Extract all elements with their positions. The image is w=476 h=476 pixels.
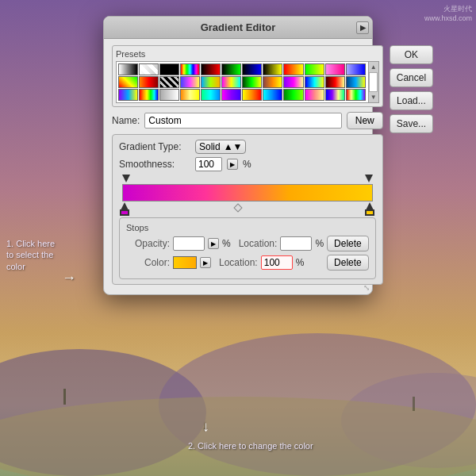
smoothness-input[interactable] [195, 157, 222, 171]
annotation-left: 1. Click here to select the color [6, 238, 62, 272]
color-preview-swatch[interactable] [173, 256, 197, 269]
preset-swatch-18[interactable] [242, 76, 262, 88]
preset-swatch-15[interactable] [180, 76, 200, 88]
preset-swatch-13[interactable] [139, 76, 159, 88]
preset-swatch-26[interactable] [159, 89, 179, 101]
preset-swatch-35[interactable] [346, 89, 366, 101]
preset-swatch-25[interactable] [139, 89, 159, 101]
preset-swatch-20[interactable] [283, 76, 303, 88]
dialog-main: Presets [112, 45, 383, 288]
ok-button[interactable]: OK [390, 45, 433, 64]
color-location-input[interactable] [261, 255, 293, 270]
preset-swatch-17[interactable] [221, 76, 241, 88]
opacity-stop-right[interactable] [365, 175, 373, 182]
preset-swatch-12[interactable] [118, 76, 138, 88]
watermark-line1: 火星时代 [424, 4, 472, 14]
preset-swatch-0[interactable] [118, 63, 138, 75]
resize-handle[interactable]: ⤡ [363, 283, 370, 292]
smoothness-row: Smoothness: ▶ % [119, 157, 376, 171]
color-location-label: Location: [219, 257, 258, 268]
preset-swatch-4[interactable] [201, 63, 221, 75]
gradient-type-dropdown[interactable]: Solid ▲▼ [195, 140, 246, 154]
annotation-arrow-left: → [62, 270, 76, 286]
preset-swatch-16[interactable] [201, 76, 221, 88]
smoothness-unit: % [243, 159, 251, 170]
color-stop-right[interactable] [366, 202, 374, 216]
name-input[interactable] [144, 113, 341, 129]
gradient-type-label: Gradient Type: [119, 141, 190, 152]
opacity-location-unit: % [315, 238, 324, 249]
dialog-title: Gradient Editor [201, 21, 276, 33]
gradient-options-group: Gradient Type: Solid ▲▼ Smoothness: ▶ % [112, 134, 383, 285]
color-expand-button[interactable]: ▶ [200, 257, 211, 268]
preset-swatch-7[interactable] [263, 63, 282, 75]
color-label: Color: [126, 257, 170, 268]
save-button[interactable]: Save... [390, 114, 433, 133]
presets-section: Presets [112, 45, 383, 107]
dialog-buttons: OK Cancel Load... Save... [390, 45, 433, 288]
load-button[interactable]: Load... [390, 91, 433, 110]
preset-swatch-34[interactable] [325, 89, 345, 101]
play-button[interactable]: ▶ [356, 21, 369, 34]
opacity-label: Opacity: [126, 238, 170, 249]
new-button[interactable]: New [347, 112, 383, 129]
name-label: Name: [112, 115, 140, 126]
gradient-type-row: Gradient Type: Solid ▲▼ [119, 140, 376, 154]
preset-swatch-5[interactable] [221, 63, 241, 75]
opacity-unit: % [222, 238, 231, 249]
gradient-type-value: Solid [199, 141, 221, 152]
color-delete-button[interactable]: Delete [327, 255, 369, 271]
preset-swatch-11[interactable] [346, 63, 366, 75]
smoothness-expand-button[interactable]: ▶ [227, 159, 238, 170]
preset-swatch-33[interactable] [305, 89, 324, 101]
preset-swatch-27[interactable] [180, 89, 200, 101]
opacity-row: Opacity: ▶ % Location: % Delete [126, 236, 369, 251]
scroll-thumb[interactable] [369, 72, 378, 92]
presets-label: Presets [116, 49, 379, 59]
dropdown-arrow-icon: ▲▼ [224, 141, 243, 152]
preset-swatch-6[interactable] [242, 63, 262, 75]
color-stop-left[interactable] [121, 202, 129, 216]
opacity-expand-button[interactable]: ▶ [208, 238, 219, 249]
preset-swatch-10[interactable] [325, 63, 345, 75]
preset-swatch-29[interactable] [221, 89, 241, 101]
preset-swatch-21[interactable] [305, 76, 324, 88]
cancel-button[interactable]: Cancel [390, 68, 433, 87]
preset-swatch-9[interactable] [305, 63, 324, 75]
preset-swatch-32[interactable] [283, 89, 303, 101]
gradient-bar[interactable] [122, 184, 373, 202]
smoothness-label: Smoothness: [119, 159, 190, 170]
preset-swatch-14[interactable] [159, 76, 179, 88]
preset-swatch-2[interactable] [159, 63, 179, 75]
opacity-delete-button[interactable]: Delete [327, 236, 369, 251]
opacity-location-label: Location: [239, 238, 278, 249]
opacity-location-input[interactable] [280, 236, 312, 251]
preset-swatch-28[interactable] [201, 89, 221, 101]
opacity-stop-left[interactable] [122, 175, 130, 182]
presets-scrollbar[interactable]: ▲ ▼ [368, 62, 378, 102]
preset-swatch-31[interactable] [263, 89, 282, 101]
preset-swatch-23[interactable] [346, 76, 366, 88]
dialog-titlebar: Gradient Editor ▶ [104, 17, 372, 39]
presets-grid [118, 63, 377, 101]
preset-swatch-22[interactable] [325, 76, 345, 88]
scroll-up-arrow[interactable]: ▲ [370, 63, 377, 71]
preset-swatch-30[interactable] [242, 89, 262, 101]
name-row: Name: New [112, 112, 383, 129]
preset-swatch-24[interactable] [118, 89, 138, 101]
scroll-down-arrow[interactable]: ▼ [370, 94, 377, 101]
preset-swatch-1[interactable] [139, 63, 159, 75]
preset-swatch-3[interactable] [180, 63, 200, 75]
color-location-unit: % [296, 257, 305, 268]
color-row: Color: ▶ Location: % Delete [126, 255, 369, 271]
top-stops [119, 175, 376, 184]
preset-swatch-19[interactable] [263, 76, 282, 88]
presets-grid-container: ▲ ▼ [116, 61, 379, 103]
watermark-line2: www.hxsd.com [424, 14, 472, 22]
gradient-editor-dialog: Gradient Editor ▶ Presets [103, 16, 373, 295]
stops-title: Stops [126, 223, 369, 232]
watermark: 火星时代 www.hxsd.com [424, 4, 472, 22]
opacity-input[interactable] [173, 236, 205, 251]
preset-swatch-8[interactable] [283, 63, 303, 75]
midpoint-diamond[interactable] [233, 203, 242, 212]
